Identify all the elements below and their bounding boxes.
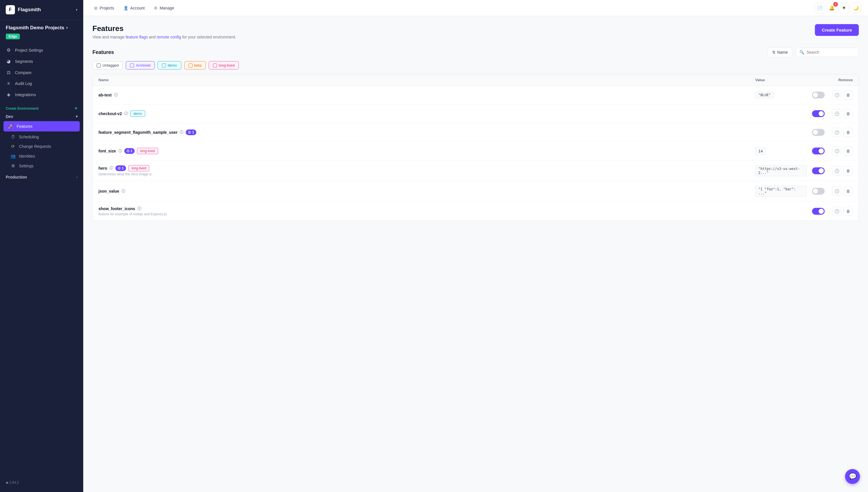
topnav-manage[interactable]: ⚙ Manage [150,3,178,13]
sidebar-item-audit-log[interactable]: ≡ Audit Log [0,78,83,89]
filter-tags: Untagged Archived demo beta long-lived [93,61,859,70]
change-requests-icon: ⟳ [10,144,16,149]
topnav-account[interactable]: 👤 Account [119,3,149,13]
long-lived-checkbox [213,64,217,68]
sidebar-item-project-settings[interactable]: ⚙ Project Settings [0,45,83,56]
checkout-v2-history-button[interactable]: 🕐 [832,109,841,118]
trash-icon: 🗑 [846,130,850,134]
page-content: Features View and manage feature flags a… [83,16,868,492]
sort-button[interactable]: ⇅ Name [768,47,792,57]
checkout-v2-delete-button[interactable]: 🗑 [844,109,853,118]
history-icon: 🕐 [835,149,839,153]
sidebar-env-dev[interactable]: Dev ▾ [0,113,83,121]
font-size-delete-button[interactable]: 🗑 [844,146,853,155]
theme-light-button[interactable]: ☀ [839,3,849,13]
ab-test-toggle[interactable] [812,92,825,98]
feature-flags-link[interactable]: feature flags [126,35,148,39]
sidebar-sub-change-requests[interactable]: ⟳ Change Requests [0,142,83,151]
remote-config-link[interactable]: remote config [157,35,181,39]
hero-toggle[interactable] [812,167,825,174]
moon-icon: 🌙 [853,5,859,10]
sidebar-logo[interactable]: F Flagsmith ▾ [0,0,83,20]
create-env-section: Create Environment + [0,102,83,113]
filter-tag-archived[interactable]: Archived [126,61,155,70]
show-footer-info-icon[interactable]: ⓘ [138,206,141,211]
trash-icon: 🗑 [846,149,850,153]
json-value-delete-button[interactable]: 🗑 [844,187,853,196]
show-footer-history-button[interactable]: 🕐 [832,207,841,216]
feature-toggle-cell [807,129,830,136]
feature-name-cell: ab-test ⓘ [98,93,755,98]
filter-tag-long-lived[interactable]: long-lived [209,61,239,70]
main-content: ⊞ Projects 👤 Account ⚙ Manage 📄 🔔 5 ☀ 🌙 [83,0,868,492]
theme-dark-button[interactable]: 🌙 [851,3,861,13]
feature-actions-cell: 🕐 🗑 [830,128,853,137]
sidebar-item-segments[interactable]: ◕ Segments [0,56,83,67]
fss-delete-button[interactable]: 🗑 [844,128,853,137]
search-input[interactable] [807,50,855,54]
fss-toggle[interactable] [812,129,825,136]
font-size-toggle[interactable] [812,148,825,154]
account-user-icon: 👤 [123,6,128,10]
feature-toggle-cell [807,110,830,117]
table-row: show_footer_icons ⓘ feature for example … [93,201,859,221]
sidebar-item-compare[interactable]: ⚖ Compare [0,67,83,78]
features-table: Name Value Remove ab-test ⓘ "BLUE" [93,74,859,221]
hero-info-icon[interactable]: ⓘ [109,166,113,171]
topnav-projects[interactable]: ⊞ Projects [90,3,118,13]
show-footer-delete-button[interactable]: 🗑 [844,207,853,216]
history-icon: 🕐 [835,112,839,116]
feature-toggle-cell [807,148,830,154]
font-size-long-lived-tag: long-lived [137,148,158,154]
feature-value-cell: "BLUE" [755,92,807,98]
checkout-v2-toggle[interactable] [812,110,825,117]
sidebar-sub-identities[interactable]: 👥 Identities [0,151,83,161]
ab-test-history-button[interactable]: 🕐 [832,91,841,100]
docs-button[interactable]: 📄 [815,3,825,13]
table-row: font_size ⓘ 1 long-lived 14 [93,142,859,161]
notification-badge: 5 [833,2,838,7]
ab-test-delete-button[interactable]: 🗑 [844,91,853,100]
sidebar-item-integrations[interactable]: ◈ Integrations [0,89,83,100]
ab-test-info-icon[interactable]: ⓘ [114,93,118,98]
sidebar-sub-features[interactable]: 🚀 Features [3,121,80,131]
filter-tag-beta[interactable]: beta [184,61,206,70]
sort-icon: ⇅ [772,50,775,54]
json-value-history-button[interactable]: 🕐 [832,187,841,196]
filter-tag-untagged[interactable]: Untagged [93,61,123,70]
fss-history-button[interactable]: 🕐 [832,128,841,137]
untagged-checkbox [97,64,101,68]
create-env-plus-icon[interactable]: + [74,105,77,112]
feature-name-cell: json_value ⓘ [98,189,755,194]
feature-value-cell: "{ "foo":1, "bar": ..." [755,186,807,197]
audit-icon: ≡ [6,81,11,86]
create-feature-button[interactable]: Create Feature [815,24,859,36]
compare-icon: ⚖ [6,70,11,75]
sidebar-sub-settings[interactable]: ⚙ Settings [0,161,83,171]
sidebar-env-production[interactable]: Production › [0,172,83,182]
font-size-info-icon[interactable]: ⓘ [118,148,122,153]
filter-tag-demo[interactable]: demo [157,61,181,70]
table-row: feature_segment_flagsmith_sample_user ⓘ … [93,123,859,142]
sun-icon: ☀ [842,5,846,10]
sidebar-sub-scheduling[interactable]: ⏱ Scheduling [0,132,83,142]
font-size-segment-badge: 1 [124,148,135,154]
json-value-info-icon[interactable]: ⓘ [121,189,125,194]
fss-info-icon[interactable]: ⓘ [180,130,183,135]
history-icon: 🕐 [835,189,839,194]
json-value-toggle[interactable] [812,188,825,195]
hero-history-button[interactable]: 🕐 [832,166,841,175]
demo-checkbox [162,64,166,68]
sidebar: F Flagsmith ▾ Flagsmith Demo Projects ▾ … [0,0,83,492]
project-name[interactable]: Flagsmith Demo Projects ▾ [6,25,77,31]
hero-segment-badge: 1 [116,165,126,171]
search-box: 🔍 [796,48,859,57]
chat-support-button[interactable]: 💬 [845,469,860,484]
notifications-button[interactable]: 🔔 5 [827,3,837,13]
production-chevron-icon: › [76,175,77,179]
font-size-history-button[interactable]: 🕐 [832,146,841,155]
show-footer-toggle[interactable] [812,208,825,215]
checkout-v2-info-icon[interactable]: ⓘ [124,111,128,116]
hero-delete-button[interactable]: 🗑 [844,166,853,175]
fss-segment-badge: 1 [186,129,196,135]
